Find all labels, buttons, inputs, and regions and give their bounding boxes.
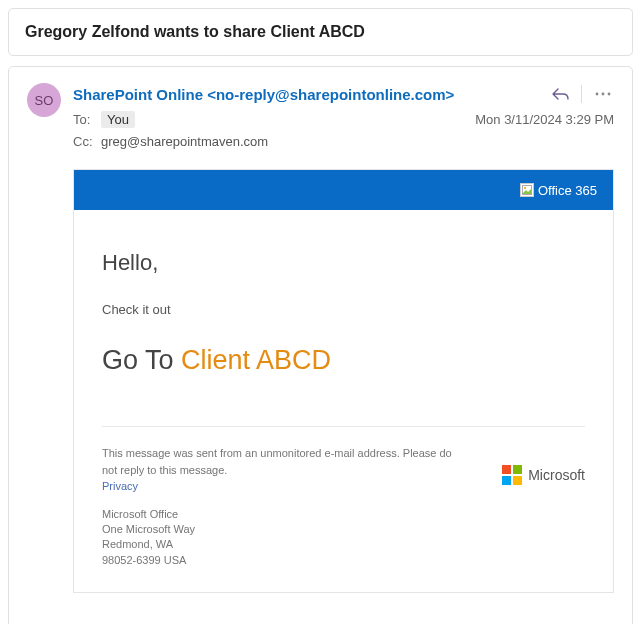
- more-icon[interactable]: [592, 83, 614, 105]
- sender-name[interactable]: SharePoint Online <no-reply@sharepointon…: [73, 86, 454, 103]
- timestamp: Mon 3/11/2024 3:29 PM: [475, 112, 614, 127]
- microsoft-logo-icon: [502, 465, 522, 485]
- addr-line: One Microsoft Way: [102, 522, 462, 537]
- divider: [581, 85, 582, 103]
- email-body-frame: Office 365 Hello, Check it out Go To Cli…: [73, 169, 614, 593]
- avatar: SO: [27, 83, 61, 117]
- addr-line: 98052-6399 USA: [102, 553, 462, 568]
- divider: [102, 426, 585, 427]
- microsoft-word: Microsoft: [528, 467, 585, 483]
- privacy-link[interactable]: Privacy: [102, 480, 138, 492]
- svg-point-5: [524, 187, 526, 189]
- email-subject: Gregory Zelfond wants to share Client AB…: [8, 8, 633, 56]
- svg-point-2: [608, 93, 611, 96]
- microsoft-logo: Microsoft: [502, 465, 585, 485]
- to-value[interactable]: You: [101, 111, 135, 128]
- banner-text: Office 365: [538, 183, 597, 198]
- cc-label: Cc:: [73, 134, 95, 149]
- banner: Office 365: [74, 170, 613, 210]
- message-header: SO SharePoint Online <no-reply@sharepoin…: [27, 83, 614, 149]
- reply-icon[interactable]: [549, 83, 571, 105]
- svg-point-1: [602, 93, 605, 96]
- addr-line: Redmond, WA: [102, 537, 462, 552]
- svg-point-0: [596, 93, 599, 96]
- cc-value[interactable]: greg@sharepointmaven.com: [101, 134, 268, 149]
- broken-image-icon: [520, 183, 534, 197]
- share-link[interactable]: Client ABCD: [181, 345, 331, 375]
- greeting: Hello,: [102, 250, 585, 276]
- addr-line: Microsoft Office: [102, 507, 462, 522]
- unmonitored-note: This message was sent from an unmonitore…: [102, 445, 462, 478]
- go-to-line: Go To Client ABCD: [102, 345, 585, 376]
- to-label: To:: [73, 112, 95, 127]
- go-prefix: Go To: [102, 345, 181, 375]
- message-card: SO SharePoint Online <no-reply@sharepoin…: [8, 66, 633, 624]
- body-line: Check it out: [102, 302, 585, 317]
